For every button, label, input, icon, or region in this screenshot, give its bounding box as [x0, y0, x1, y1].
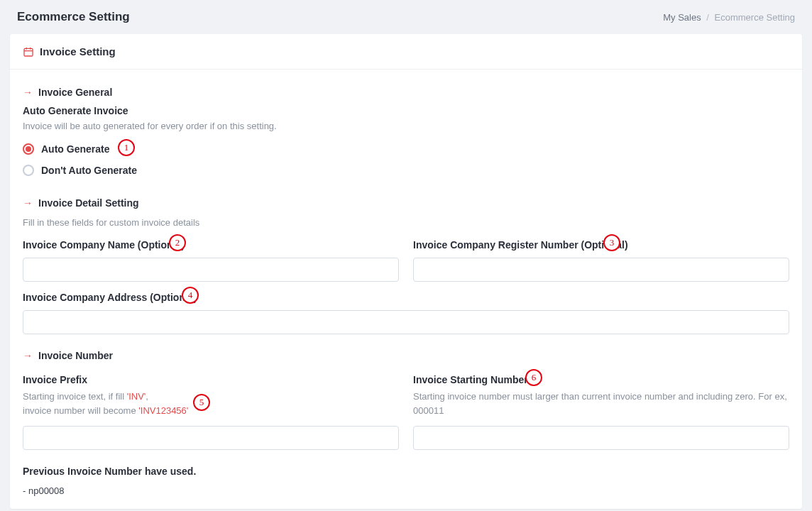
calendar-icon [23, 46, 34, 57]
section-invoice-number: → Invoice Number [23, 350, 789, 361]
company-addr-label: Invoice Company Address (Optional) [23, 292, 789, 303]
card-title: Invoice Setting [40, 45, 116, 57]
radio-dont-auto-generate[interactable]: Don't Auto Generate [23, 165, 789, 176]
company-name-input[interactable] [23, 258, 399, 282]
invoice-prefix-input[interactable] [23, 426, 399, 450]
radio-icon [23, 143, 34, 155]
section-invoice-detail: → Invoice Detail Setting [23, 197, 789, 209]
detail-help: Fill in these fields for custom invoice … [23, 216, 789, 230]
invoice-start-label: Invoice Starting Number [413, 374, 789, 385]
company-name-label: Invoice Company Name (Optional) [23, 239, 399, 251]
section-title-detail: Invoice Detail Setting [38, 197, 139, 209]
breadcrumb-parent[interactable]: My Sales [663, 12, 701, 23]
invoice-prefix-help: Starting invoice text, if fill 'INV', in… [23, 390, 399, 417]
prev-invoice-item: - np00008 [23, 485, 789, 496]
page-header: Ecommerce Setting My Sales / Ecommerce S… [0, 0, 812, 34]
breadcrumb-current: Ecommerce Setting [715, 12, 795, 23]
company-reg-field: Invoice Company Register Number (Optiona… [413, 239, 789, 282]
radio-auto-label: Auto Generate [41, 143, 109, 155]
section-invoice-general: → Invoice General [23, 87, 789, 98]
radio-auto-generate[interactable]: Auto Generate [23, 143, 789, 155]
section-title-number: Invoice Number [38, 350, 113, 361]
arrow-right-icon: → [23, 197, 33, 209]
breadcrumb: My Sales / Ecommerce Setting [663, 12, 795, 23]
auto-generate-help: Invoice will be auto generated for every… [23, 119, 789, 133]
page-title: Ecommerce Setting [17, 10, 130, 24]
company-addr-input[interactable] [23, 310, 789, 334]
radio-dont-label: Don't Auto Generate [41, 165, 137, 176]
auto-generate-label: Auto Generate Invoice [23, 105, 789, 116]
prev-invoice-label: Previous Invoice Number have used. [23, 466, 789, 477]
company-addr-field: Invoice Company Address (Optional) 4 [23, 292, 789, 334]
section-title-general: Invoice General [38, 87, 112, 98]
card-header: Invoice Setting [10, 34, 802, 70]
invoice-start-help: Starting invoice number must larger than… [413, 390, 789, 417]
radio-icon [23, 165, 34, 176]
invoice-start-input[interactable] [413, 426, 789, 450]
arrow-right-icon: → [23, 87, 33, 98]
breadcrumb-separator: / [706, 12, 709, 23]
arrow-right-icon: → [23, 350, 33, 361]
invoice-start-field: Invoice Starting Number 6 Starting invoi… [413, 374, 789, 450]
company-reg-input[interactable] [413, 258, 789, 282]
company-reg-label: Invoice Company Register Number (Optiona… [413, 239, 789, 251]
settings-card: Invoice Setting → Invoice General Auto G… [10, 34, 802, 509]
invoice-prefix-label: Invoice Prefix [23, 374, 399, 385]
invoice-prefix-field: Invoice Prefix Starting invoice text, if… [23, 374, 399, 450]
auto-generate-radio-group: Auto Generate 1 Don't Auto Generate [23, 143, 789, 176]
card-body: → Invoice General Auto Generate Invoice … [10, 70, 802, 509]
svg-rect-0 [24, 48, 33, 56]
company-name-field: Invoice Company Name (Optional) 2 [23, 239, 399, 282]
